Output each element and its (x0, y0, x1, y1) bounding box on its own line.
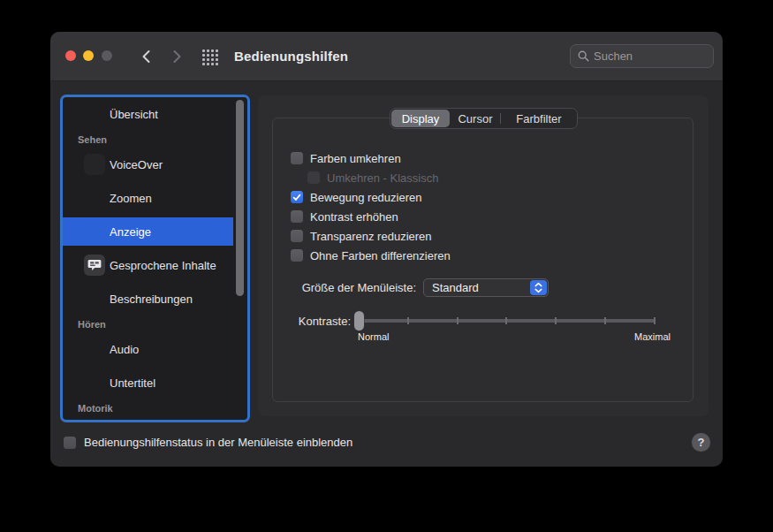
help-button[interactable]: ? (692, 433, 710, 452)
checkbox-row-farben-umkehren[interactable]: Farben umkehren (273, 148, 693, 168)
sidebar-item-label: Untertitel (110, 376, 155, 390)
back-button[interactable] (137, 48, 155, 65)
footer-checkbox-row[interactable]: Bedienungshilfenstatus in der Menüleiste… (64, 436, 352, 449)
sidebar-section-motorik: Motorik (63, 399, 247, 416)
sidebar-list: Übersicht Sehen VoiceOver Zoomen Anzeige (63, 97, 247, 416)
accessibility-preferences-window: Bedienungshilfen Übersicht Sehen (50, 32, 723, 467)
search-field[interactable] (570, 44, 714, 68)
footer-checkbox-label: Bedienungshilfenstatus in der Menüleiste… (84, 436, 352, 449)
menubar-size-popup[interactable]: Standard (423, 278, 549, 297)
sidebar-item-label: Beschreibungen (110, 293, 193, 306)
tab-farbfilter[interactable]: Farbfilter (501, 109, 577, 128)
contrast-slider-ticks (358, 317, 656, 324)
tab-display[interactable]: Display (391, 110, 450, 127)
sidebar-item-anzeige[interactable]: Anzeige (63, 215, 247, 248)
checkmark-icon (292, 194, 301, 201)
sidebar-item-label: Audio (110, 343, 139, 356)
sidebar-section-label: Sehen (78, 134, 107, 145)
sidebar-section-sehen: Sehen (63, 131, 247, 148)
sidebar-item-untertitel[interactable]: Untertitel (63, 366, 247, 399)
contrast-max-label: Maximal (609, 331, 671, 342)
sidebar-item-beschreibungen[interactable]: Beschreibungen (63, 282, 247, 315)
popup-chevrons-icon (530, 280, 547, 295)
sidebar-item-label: Gesprochene Inhalte (110, 259, 216, 272)
checkbox[interactable] (291, 152, 303, 164)
checkbox-row-kontrast-erhoehen[interactable]: Kontrast erhöhen (273, 207, 693, 226)
search-icon (578, 50, 589, 62)
zoom-button[interactable] (102, 50, 112, 61)
sidebar-item-voiceover[interactable]: VoiceOver (63, 148, 247, 181)
sidebar-section-label: Hören (78, 319, 106, 330)
search-input[interactable] (594, 49, 706, 63)
checkbox-label: Ohne Farben differenzieren (310, 249, 451, 262)
voiceover-icon (84, 154, 105, 175)
close-button[interactable] (65, 50, 76, 61)
forward-button[interactable] (168, 48, 186, 65)
show-all-grid-icon[interactable] (202, 49, 218, 65)
sidebar-scrollbar[interactable] (236, 100, 244, 296)
content-panel: Display Cursor Farbfilter Farben umkehre… (258, 95, 709, 416)
sidebar-item-label: Anzeige (110, 225, 151, 239)
sidebar-item-label: Zoomen (110, 192, 152, 205)
checkbox-label: Umkehren - Klassisch (327, 171, 438, 185)
sidebar-section-label: Motorik (78, 403, 113, 414)
sidebar-item-label: VoiceOver (110, 158, 163, 171)
sidebar-item-label: Übersicht (110, 108, 158, 121)
tab-bar: Display Cursor Farbfilter (390, 108, 578, 129)
checkbox-label: Transparenz reduzieren (310, 230, 432, 243)
checkbox[interactable] (291, 210, 303, 223)
chevron-right-icon (172, 49, 182, 64)
desktop: Bedienungshilfen Übersicht Sehen (0, 0, 773, 532)
checkbox-label: Farben umkehren (310, 152, 401, 165)
sidebar-item-audio[interactable]: Audio (63, 332, 247, 366)
contrast-slider-thumb[interactable] (354, 311, 364, 331)
sidebar-item-zoomen[interactable]: Zoomen (63, 181, 247, 215)
checkbox-row-bewegung-reduzieren[interactable]: Bewegung reduzieren (273, 187, 693, 207)
sidebar-item-uebersicht[interactable]: Übersicht (63, 97, 247, 131)
checkbox-label: Kontrast erhöhen (310, 210, 398, 224)
chevron-left-icon (141, 49, 151, 64)
menubar-size-label: Größe der Menüleiste: (292, 281, 416, 294)
question-mark-icon: ? (698, 436, 705, 449)
window-title: Bedienungshilfen (234, 49, 348, 64)
sidebar-section-hoeren: Hören (63, 315, 247, 332)
checkbox (307, 171, 320, 184)
contrast-min-label: Normal (358, 331, 389, 342)
checkbox[interactable] (291, 249, 303, 262)
speech-bubble-icon (84, 255, 105, 276)
checkbox[interactable] (291, 230, 303, 242)
display-checkbox-list: Farben umkehren Umkehren - Klassisch Bew… (273, 148, 693, 265)
sidebar-item-gesprochene-inhalte[interactable]: Gesprochene Inhalte (63, 248, 247, 282)
checkbox-checked[interactable] (291, 191, 303, 203)
title-bar[interactable]: Bedienungshilfen (50, 32, 723, 81)
checkbox-row-umkehren-klassisch: Umkehren - Klassisch (273, 168, 693, 187)
tab-cursor[interactable]: Cursor (451, 109, 500, 128)
menubar-status-checkbox[interactable] (64, 437, 76, 449)
checkbox-row-ohne-farben-differenzieren[interactable]: Ohne Farben differenzieren (273, 246, 693, 265)
sidebar: Übersicht Sehen VoiceOver Zoomen Anzeige (60, 95, 250, 422)
display-tab-groupbox: Farben umkehren Umkehren - Klassisch Bew… (272, 118, 693, 402)
minimize-button[interactable] (83, 50, 94, 61)
contrast-label: Kontraste: (273, 315, 351, 328)
checkbox-row-transparenz-reduzieren[interactable]: Transparenz reduzieren (273, 226, 693, 246)
checkbox-label: Bewegung reduzieren (310, 191, 421, 204)
